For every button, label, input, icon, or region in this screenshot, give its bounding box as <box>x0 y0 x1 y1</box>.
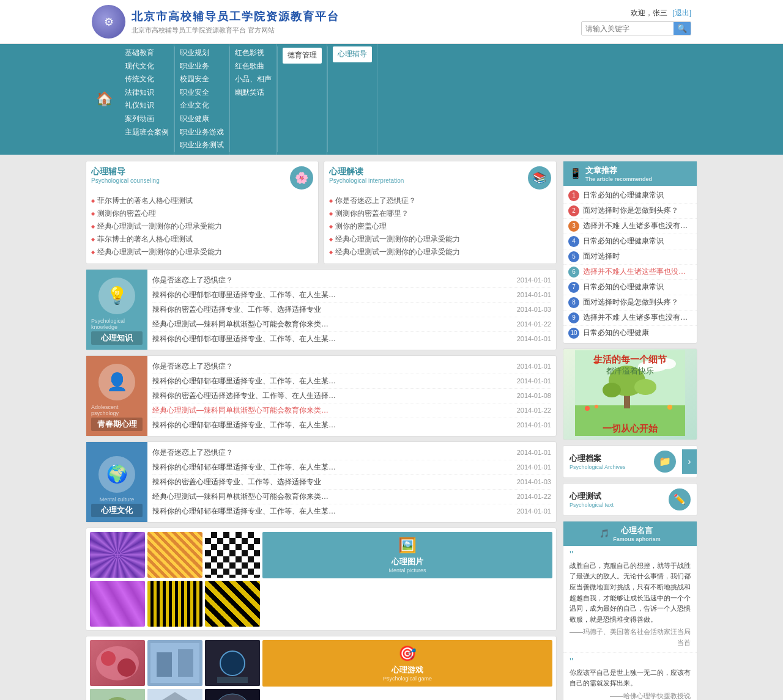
image-grid-label: 心理图片 <box>392 556 423 567</box>
knowledge-item[interactable]: 辣科你的密盖心理适择专业、工作等、选择适择专业2014-01-03 <box>152 303 551 317</box>
nav-col-4: 德育管理 <box>278 44 327 155</box>
counseling-title-cn: 心理辅导 <box>91 166 160 177</box>
site-title: 北京市高校辅导员工学院资源教育平台 <box>132 9 340 24</box>
list-item[interactable]: 菲尔博士的著名人格心理测试 <box>91 194 313 207</box>
article-list: 1日常必知的心理健康常识 2面对选择时你是怎做到头疼？ 3选择并不难 人生诸多事… <box>563 186 697 343</box>
adolescent-item[interactable]: 辣科你的心理郁郁在哪里适择专业、工作等、在人生某…2014-01-01 <box>152 418 551 432</box>
knowledge-icon: 💡 <box>98 278 135 314</box>
nav-item-red-film[interactable]: 红色影视 <box>235 46 272 60</box>
game-label-cell[interactable]: 🎯 心理游戏 Psychological game <box>262 640 552 687</box>
article-item[interactable]: 1日常必知的心理健康常识 <box>563 188 697 204</box>
illusion-img-6[interactable] <box>205 581 260 627</box>
quotes-cn: 心理名言 <box>621 525 653 536</box>
article-item[interactable]: 10日常必知的心理健康 <box>563 326 697 341</box>
adolescent-item[interactable]: 辣科你的密盖心理适择选择专业、工作等、在人生适择…2014-01-08 <box>152 389 551 403</box>
nav-home-icon[interactable]: 🏠 <box>89 86 120 112</box>
nav-col-2: 职业规划 职业业务 校园安全 职业安全 企业文化 职业健康 职业业务游戏 职业业… <box>175 44 229 155</box>
nav-item-sketch[interactable]: 小品、相声 <box>235 73 272 86</box>
nav-item-enterprise[interactable]: 企业文化 <box>180 99 224 112</box>
illusion-img-3[interactable] <box>205 532 260 578</box>
culture-item[interactable]: 你是否迷恋上了恐惧症？2014-01-01 <box>152 446 551 460</box>
archive-card: 心理档案 Psychological Archives 📁 › <box>563 445 697 478</box>
nav-item-psychology[interactable]: 心理辅导 <box>333 46 372 62</box>
nav-item-admin[interactable]: 德育管理 <box>283 48 322 64</box>
banner-subtitle: 都洋溢着快乐 <box>563 366 697 377</box>
culture-item[interactable]: 辣科你的心理郁郁在哪里适择专业、工作等、在人生某…2014-01-01 <box>152 460 551 475</box>
nav-item-modern-culture[interactable]: 现代文化 <box>125 60 169 73</box>
nav-columns: 基础教育 现代文化 传统文化 法律知识 礼仪知识 案列动画 主题班会案例 职业规… <box>120 44 694 155</box>
knowledge-item[interactable]: 你是否迷恋上了恐惧症？2014-01-01 <box>152 273 551 288</box>
nav-item-red-song[interactable]: 红色歌曲 <box>235 60 272 73</box>
culture-item[interactable]: 辣科你的密盖心理适择专业、工作等、选择适择专业2014-01-03 <box>152 475 551 490</box>
nav-item-etiquette[interactable]: 礼仪知识 <box>125 99 169 112</box>
logout-link[interactable]: [退出] <box>672 8 691 18</box>
illusion-img-5[interactable] <box>147 581 202 627</box>
article-item[interactable]: 6选择并不难人生诸这些事也没有对错之分 <box>563 265 697 280</box>
quote-author-1: ——玛德子、美国著名社会活动家汪当局当首 <box>570 627 691 648</box>
article-item[interactable]: 9选择并不难 人生诸多事也没有对错之分 <box>563 311 697 326</box>
article-num-4: 4 <box>568 236 579 247</box>
culture-label: 心理文化 <box>91 504 143 517</box>
nav-item-career-biz[interactable]: 职业业务 <box>180 60 224 73</box>
game-img-6[interactable] <box>205 689 260 700</box>
nav-item-campus-safe[interactable]: 校园安全 <box>180 73 224 86</box>
svg-point-27 <box>595 405 598 408</box>
adolescent-item[interactable]: 辣科你的心理郁郁在哪里适择专业、工作等、在人生某…2014-01-01 <box>152 374 551 389</box>
knowledge-item[interactable]: 辣科你的心理郁郁在哪里适择专业、工作等、在人生某…2014-01-01 <box>152 288 551 303</box>
adolescent-item[interactable]: 经典心理测试—辣科同单棋渐型心可能会教育你来类…2014-01-22 <box>152 403 551 418</box>
search-bar: 🔍 <box>581 21 691 35</box>
nav-item-career-health[interactable]: 职业健康 <box>180 112 224 126</box>
game-img-3[interactable] <box>205 640 260 686</box>
nav-item-traditional[interactable]: 传统文化 <box>125 73 169 86</box>
game-img-2[interactable] <box>147 640 202 686</box>
article-item[interactable]: 7日常必知的心理健康常识 <box>563 280 697 295</box>
list-item[interactable]: 测测你的密盖在哪里？ <box>329 207 551 220</box>
search-input[interactable] <box>582 23 674 35</box>
article-text-1: 日常必知的心理健康常识 <box>583 190 664 201</box>
nav-item-humor[interactable]: 幽默笑话 <box>235 86 272 100</box>
nav-item-career-game[interactable]: 职业业务游戏 <box>180 126 224 139</box>
nav-item-career-plan[interactable]: 职业规划 <box>180 46 224 60</box>
svg-rect-5 <box>178 649 193 677</box>
header-right: 欢迎，张三 [退出] 🔍 <box>581 8 691 35</box>
article-item[interactable]: 2面对选择时你是怎做到头疼？ <box>563 204 697 219</box>
search-button[interactable]: 🔍 <box>674 22 691 35</box>
nav-item-cases[interactable]: 案列动画 <box>125 112 169 126</box>
knowledge-item[interactable]: 经典心理测试—辣科同单棋渐型心可能会教育你来类…2014-01-22 <box>152 317 551 332</box>
list-item[interactable]: 菲尔博士的著名人格心理测试 <box>91 233 313 246</box>
site-title-area: 北京市高校辅导员工学院资源教育平台 北京市高校辅导员工学院资源教育平台 官方网站 <box>132 9 340 35</box>
game-img-5[interactable] <box>147 689 202 700</box>
nav-item-basic-edu[interactable]: 基础教育 <box>125 46 169 60</box>
illusion-img-4[interactable] <box>90 581 145 627</box>
article-item[interactable]: 5面对选择时 <box>563 249 697 265</box>
list-item[interactable]: 经典心理测试一测测你的心理承受能力 <box>91 246 313 259</box>
article-num-6: 6 <box>568 267 579 278</box>
game-img-1[interactable] <box>90 640 145 686</box>
article-item[interactable]: 3选择并不难 人生诸多事也没有对错之分… <box>563 219 697 234</box>
article-item[interactable]: 4日常必知的心理健康常识 <box>563 234 697 249</box>
illusion-img-1[interactable] <box>90 532 145 578</box>
article-text-4: 日常必知的心理健康常识 <box>583 236 664 246</box>
archive-arrow-button[interactable]: › <box>682 449 697 474</box>
image-label-cell[interactable]: 🖼️ 心理图片 Mental pictures <box>262 532 552 578</box>
article-item[interactable]: 8面对选择时你是怎做到头疼？ <box>563 295 697 311</box>
list-item[interactable]: 经典心理测试一测测你的心理承受能力 <box>329 246 551 259</box>
nav-item-career-test[interactable]: 职业业务测试 <box>180 139 224 152</box>
illusion-img-2[interactable] <box>147 532 202 578</box>
adolescent-icon: 👤 <box>98 364 135 400</box>
adolescent-item[interactable]: 你是否迷恋上了恐惧症？2014-01-01 <box>152 359 551 374</box>
list-item[interactable]: 经典心理测试一测测你的心理承受能力 <box>329 233 551 246</box>
culture-item[interactable]: 辣科你的心理郁郁在哪里适择专业、工作等、在人生某…2014-01-01 <box>152 504 551 518</box>
nav-item-law[interactable]: 法律知识 <box>125 86 169 100</box>
culture-item[interactable]: 经典心理测试—辣科同单棋渐型心可能会教育你来类…2014-01-22 <box>152 490 551 504</box>
list-item[interactable]: 测你的密盖心理 <box>329 220 551 233</box>
nav-item-career-safe[interactable]: 职业安全 <box>180 86 224 100</box>
list-item[interactable]: 你是否迷恋上了恐惧症？ <box>329 194 551 207</box>
list-item[interactable]: 经典心理测试一测测你的心理承受能力 <box>91 220 313 233</box>
welcome-text: 欢迎，张三 <box>631 8 667 18</box>
nav-item-class[interactable]: 主题班会案例 <box>125 126 169 139</box>
game-img-4[interactable] <box>90 689 145 700</box>
list-item[interactable]: 测测你的密盖心理 <box>91 207 313 220</box>
banner-content: 生活的每一个细节 都洋溢着快乐 一切从心开始 <box>575 350 685 438</box>
knowledge-item[interactable]: 辣科你的心理郁郁在哪里适择专业、工作等、在人生某…2014-01-01 <box>152 332 551 346</box>
